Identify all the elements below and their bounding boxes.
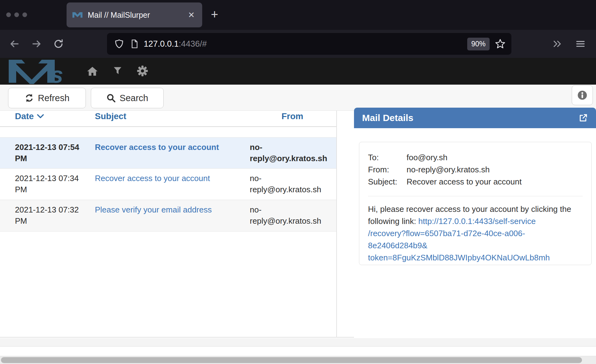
window-close-dot[interactable] xyxy=(6,12,11,17)
date-header-label: Date xyxy=(15,111,34,121)
info-button[interactable] xyxy=(572,85,593,105)
window-minimize-dot[interactable] xyxy=(14,12,19,17)
subject-label: Subject: xyxy=(368,176,407,188)
window-controls[interactable] xyxy=(6,12,27,17)
sort-chevron-down-icon xyxy=(37,114,44,119)
refresh-icon xyxy=(25,93,34,103)
new-tab-button[interactable]: + xyxy=(208,7,221,22)
bookmark-star-icon[interactable] xyxy=(495,38,506,49)
mail-date: 2021-12-13 07:32 PM xyxy=(15,204,86,226)
app-header: s xyxy=(0,58,596,85)
reload-button[interactable] xyxy=(50,30,67,58)
info-icon xyxy=(577,90,588,100)
tab-favicon-mailslurper-icon xyxy=(72,11,83,19)
url-text[interactable]: 127.0.0.1:4436/# xyxy=(144,39,467,49)
tab-close-icon[interactable]: ✕ xyxy=(186,10,197,20)
browser-window: Mail // MailSlurper ✕ + 127.0.0.1:4436/#… xyxy=(0,0,596,364)
divider xyxy=(368,196,583,196)
mail-subject-link[interactable]: Please verify your email address xyxy=(95,205,212,214)
column-header-subject[interactable]: Subject xyxy=(95,111,126,121)
overflow-chevrons-icon[interactable] xyxy=(549,30,566,58)
mail-details-title: Mail Details xyxy=(362,113,579,123)
page-icon[interactable] xyxy=(129,39,139,49)
mail-list-header: Date Subject From xyxy=(0,111,336,127)
external-link-icon[interactable] xyxy=(579,113,588,123)
gear-icon[interactable] xyxy=(137,65,148,77)
forward-button[interactable] xyxy=(29,30,45,58)
footer-strip xyxy=(0,338,596,347)
svg-text:s: s xyxy=(50,62,63,84)
home-icon[interactable] xyxy=(86,65,98,77)
mail-subject-link[interactable]: Recover access to your account xyxy=(95,142,219,152)
mail-list-panel: Date Subject From 2021-12-13 07:54 PM Re… xyxy=(0,111,337,338)
browser-tab[interactable]: Mail // MailSlurper ✕ xyxy=(67,2,202,27)
url-path: :4436/# xyxy=(179,39,207,49)
shield-icon[interactable] xyxy=(114,39,124,49)
mail-row[interactable]: 2021-12-13 07:34 PM Recover access to yo… xyxy=(0,169,336,200)
mail-body-line2-prefix: following link: xyxy=(368,217,418,226)
mail-body-text: Hi, please recover access to your accoun… xyxy=(368,203,583,264)
filter-icon[interactable] xyxy=(113,65,123,76)
search-button-label: Search xyxy=(120,93,148,103)
mail-details-panel: Mail Details To: foo@ory.sh From: no-rep… xyxy=(354,108,596,338)
from-value: no-reply@ory.kratos.sh xyxy=(407,164,583,176)
zoom-level-badge[interactable]: 90% xyxy=(467,38,490,50)
horizontal-scrollbar[interactable] xyxy=(0,356,596,364)
url-host: 127.0.0.1 xyxy=(144,39,179,49)
mail-from: no-reply@ory.kratos.sh xyxy=(250,142,328,164)
from-label: From: xyxy=(368,164,407,176)
column-header-date[interactable]: Date xyxy=(15,111,44,121)
mail-subject-link[interactable]: Recover access to your account xyxy=(95,174,210,183)
navigation-toolbar: 127.0.0.1:4436/# 90% xyxy=(0,30,596,58)
mail-details-header: Mail Details xyxy=(354,108,596,128)
window-zoom-dot[interactable] xyxy=(22,12,27,17)
menu-hamburger-icon[interactable] xyxy=(572,30,589,58)
app-toolbar: Refresh Search xyxy=(0,85,596,111)
search-button[interactable]: Search xyxy=(91,88,164,108)
refresh-button[interactable]: Refresh xyxy=(8,88,86,108)
back-button[interactable] xyxy=(6,30,22,58)
tab-title: Mail // MailSlurper xyxy=(88,11,186,20)
main-content: Date Subject From 2021-12-13 07:54 PM Re… xyxy=(0,111,596,338)
mail-rows: 2021-12-13 07:54 PM Recover access to yo… xyxy=(0,137,336,231)
url-bar[interactable]: 127.0.0.1:4436/# 90% xyxy=(107,33,511,55)
horizontal-scrollbar-thumb[interactable] xyxy=(1,357,582,363)
mail-row[interactable]: 2021-12-13 07:32 PM Please verify your e… xyxy=(0,200,336,231)
mail-preview-card: To: foo@ory.sh From: no-reply@ory.kratos… xyxy=(359,142,592,265)
search-icon xyxy=(106,93,116,103)
mail-row-selected[interactable]: 2021-12-13 07:54 PM Recover access to yo… xyxy=(0,137,336,169)
column-header-from[interactable]: From xyxy=(282,111,303,121)
mail-from: no-reply@ory.kratos.sh xyxy=(250,204,328,226)
mail-date: 2021-12-13 07:34 PM xyxy=(15,173,86,195)
mail-date: 2021-12-13 07:54 PM xyxy=(15,142,86,164)
to-value: foo@ory.sh xyxy=(407,152,583,164)
to-label: To: xyxy=(368,152,407,164)
mail-details-body: To: foo@ory.sh From: no-reply@ory.kratos… xyxy=(354,128,596,338)
refresh-button-label: Refresh xyxy=(38,93,70,103)
mail-from: no-reply@ory.kratos.sh xyxy=(250,173,328,195)
tab-bar: Mail // MailSlurper ✕ + xyxy=(0,0,596,30)
mailslurper-logo: s xyxy=(7,58,68,84)
subject-value: Recover access to your account xyxy=(407,176,583,188)
mail-body-line1: Hi, please recover access to your accoun… xyxy=(368,204,571,214)
footer-strip-white xyxy=(0,347,596,356)
